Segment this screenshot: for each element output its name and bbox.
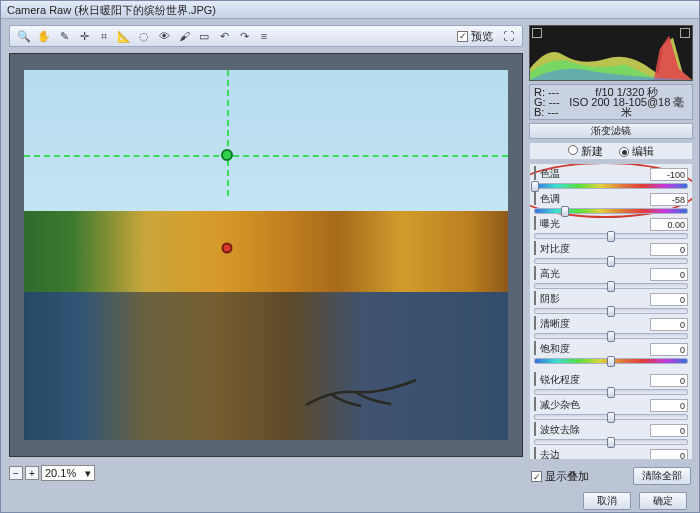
thumb-contrast[interactable] [607,256,615,267]
slider-contrast: 对比度0 [534,242,688,265]
value-tint[interactable]: -58 [650,193,688,206]
toggle-tint[interactable] [534,191,536,205]
slider-temp: 色温-100 [534,167,688,190]
value-exposure[interactable]: 0.00 [650,218,688,231]
label-contrast: 对比度 [540,243,570,254]
toggle-moire[interactable] [534,422,536,436]
value-nr_lum[interactable]: 0 [650,399,688,412]
preview-label: 预览 [471,29,493,44]
crop-tool-icon[interactable]: ⌗ [95,28,113,44]
thumb-highlights[interactable] [607,281,615,292]
zoom-tool-icon[interactable]: 🔍 [15,28,33,44]
thumb-shadows[interactable] [607,306,615,317]
value-saturation[interactable]: 0 [650,343,688,356]
image-canvas[interactable] [9,53,523,457]
track-clarity[interactable] [534,333,688,339]
zoom-in-button[interactable]: + [25,466,39,480]
value-contrast[interactable]: 0 [650,243,688,256]
track-shadows[interactable] [534,308,688,314]
zoom-bar: − + 20.1%▾ [9,463,523,483]
toggle-clarity[interactable] [534,316,536,330]
label-sharpness: 锐化程度 [540,374,580,385]
rotate-ccw-icon[interactable]: ↶ [215,28,233,44]
value-defringe[interactable]: 0 [650,449,688,461]
track-exposure[interactable] [534,233,688,239]
cancel-button[interactable]: 取消 [583,492,631,510]
panel-footer: ✓显示叠加 清除全部 [529,463,693,489]
label-nr_lum: 减少杂色 [540,399,580,410]
clear-all-button[interactable]: 清除全部 [633,467,691,485]
thumb-tint[interactable] [561,206,569,217]
preview-checkbox[interactable]: ✓ [457,31,468,42]
exif-info: R: --- G: --- B: --- f/10 1/320 秒 ISO 20… [529,84,693,120]
prefs-icon[interactable]: ≡ [255,28,273,44]
ok-button[interactable]: 确定 [639,492,687,510]
thumb-sharpness[interactable] [607,387,615,398]
value-temp[interactable]: -100 [650,168,688,181]
thumb-nr_lum[interactable] [607,412,615,423]
toggle-exposure[interactable] [534,216,536,230]
thumb-exposure[interactable] [607,231,615,242]
dialog-buttons: 取消 确定 [1,489,699,513]
hand-tool-icon[interactable]: ✋ [35,28,53,44]
title-bar: Camera Raw (秋日暖阳下的缤纷世界.JPG) [1,1,699,19]
radio-edit[interactable] [619,147,629,157]
right-panel: R: --- G: --- B: --- f/10 1/320 秒 ISO 20… [527,19,699,489]
highlight-clip-icon[interactable] [680,28,690,38]
toggle-temp[interactable] [534,166,536,180]
zoom-out-button[interactable]: − [9,466,23,480]
grad-filter-icon[interactable]: ▭ [195,28,213,44]
value-shadows[interactable]: 0 [650,293,688,306]
value-moire[interactable]: 0 [650,424,688,437]
track-nr_lum[interactable] [534,414,688,420]
color-sampler-icon[interactable]: ✛ [75,28,93,44]
radio-new[interactable] [568,145,578,155]
value-clarity[interactable]: 0 [650,318,688,331]
straighten-icon[interactable]: 📐 [115,28,133,44]
label-tint: 色调 [540,193,560,204]
gradient-end-handle[interactable] [222,242,233,253]
toggle-nr_lum[interactable] [534,397,536,411]
track-contrast[interactable] [534,258,688,264]
toggle-saturation[interactable] [534,341,536,355]
toggle-defringe[interactable] [534,447,536,460]
value-sharpness[interactable]: 0 [650,374,688,387]
thumb-clarity[interactable] [607,331,615,342]
track-temp[interactable] [534,183,688,189]
toggle-contrast[interactable] [534,241,536,255]
label-temp: 色温 [540,168,560,179]
gradient-guide-horizontal[interactable] [24,155,508,157]
rotate-cw-icon[interactable]: ↷ [235,28,253,44]
label-highlights: 高光 [540,268,560,279]
zoom-select[interactable]: 20.1%▾ [41,465,95,481]
track-tint[interactable] [534,208,688,214]
adjust-brush-icon[interactable]: 🖌 [175,28,193,44]
panel-header: 渐变滤镜 [529,123,693,139]
track-saturation[interactable] [534,358,688,364]
redeye-icon[interactable]: 👁 [155,28,173,44]
shadow-clip-icon[interactable] [532,28,542,38]
thumb-saturation[interactable] [607,356,615,367]
histogram[interactable] [529,25,693,81]
track-moire[interactable] [534,439,688,445]
overlay-checkbox[interactable]: ✓ [531,471,542,482]
slider-tint: 色调-58 [534,192,688,215]
fullscreen-icon[interactable]: ⛶ [499,28,517,44]
eyedropper-icon[interactable]: ✎ [55,28,73,44]
label-clarity: 清晰度 [540,318,570,329]
camera-raw-window: Camera Raw (秋日暖阳下的缤纷世界.JPG) 🔍 ✋ ✎ ✛ ⌗ 📐 … [0,0,700,513]
track-sharpness[interactable] [534,389,688,395]
gradient-start-handle[interactable] [221,149,233,161]
value-highlights[interactable]: 0 [650,268,688,281]
track-highlights[interactable] [534,283,688,289]
preview-image [24,70,508,440]
toggle-highlights[interactable] [534,266,536,280]
thumb-moire[interactable] [607,437,615,448]
slider-highlights: 高光0 [534,267,688,290]
spot-removal-icon[interactable]: ◌ [135,28,153,44]
toggle-sharpness[interactable] [534,372,536,386]
slider-nr_lum: 减少杂色0 [534,398,688,421]
toggle-shadows[interactable] [534,291,536,305]
gradient-guide-vertical[interactable] [227,70,229,196]
window-title: Camera Raw (秋日暖阳下的缤纷世界.JPG) [7,4,216,16]
